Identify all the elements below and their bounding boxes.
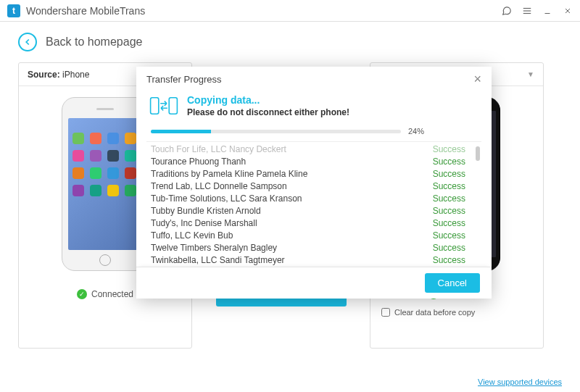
- progress-row: 24%: [151, 127, 477, 135]
- app-icon: [125, 150, 136, 162]
- app-icon: [107, 133, 119, 144]
- source-status-label: Connected: [91, 289, 133, 299]
- transfer-row: Traditions by Pamela Kline Pamela KlineS…: [151, 168, 477, 180]
- app-logo: t: [7, 4, 20, 17]
- row-name: Traditions by Pamela Kline Pamela Kline: [151, 168, 307, 180]
- transfer-row: Tub-Time Solutions, LLC Sara KransonSucc…: [151, 193, 477, 205]
- copy-title: Copying data...: [187, 94, 349, 106]
- cancel-button[interactable]: Cancel: [425, 273, 480, 293]
- row-name: Twinkabella, LLC Sandi Tagtmeyer: [151, 254, 285, 267]
- app-icon: [72, 133, 84, 144]
- window-controls: [502, 6, 573, 16]
- row-name: Touch For Life, LLC Nancy Deckert: [151, 143, 286, 156]
- app-icon: [90, 185, 102, 196]
- copy-status: Copying data... Please do not disconnect…: [146, 94, 481, 120]
- clear-data-checkbox[interactable]: Clear data before copy: [370, 308, 543, 317]
- source-label-prefix: Source:: [28, 70, 60, 80]
- dialog-footer: Cancel: [136, 267, 492, 299]
- app-icon: [107, 167, 119, 179]
- row-status: Success: [433, 254, 465, 267]
- iphone-illustration: [62, 97, 149, 271]
- sync-icon: [149, 94, 178, 120]
- row-status: Success: [433, 230, 465, 242]
- row-status: Success: [433, 168, 465, 180]
- row-status: Success: [433, 217, 465, 230]
- clear-data-label: Clear data before copy: [394, 308, 475, 317]
- transfer-row: Touch For Life, LLC Nancy DeckertSuccess: [151, 143, 477, 156]
- row-status: Success: [433, 193, 465, 205]
- transfer-row: Tourance Phuong ThanhSuccess: [151, 156, 477, 168]
- app-icon: [72, 185, 84, 196]
- chevron-down-icon[interactable]: ▼: [527, 70, 534, 78]
- row-status: Success: [433, 242, 465, 254]
- transfer-row: Tubby Bundle Kristen ArnoldSuccess: [151, 205, 477, 217]
- app-icon: [125, 167, 136, 179]
- app-icon: [90, 133, 102, 144]
- row-status: Success: [433, 156, 465, 168]
- transfer-row: Tuffo, LLC Kevin BubSuccess: [151, 230, 477, 242]
- close-icon[interactable]: [563, 6, 573, 16]
- copy-subtitle: Please do not disconnect either phone!: [187, 107, 349, 117]
- transfer-list: Touch For Life, LLC Nancy DeckertSuccess…: [146, 141, 481, 267]
- app-icon: [72, 150, 84, 162]
- dialog-header: Transfer Progress ×: [136, 67, 492, 91]
- progress-bar: [151, 130, 401, 133]
- source-device: iPhone: [62, 70, 89, 80]
- svg-rect-9: [169, 98, 177, 114]
- app-title: Wondershare MobileTrans: [26, 5, 502, 17]
- row-name: Trend Lab, LLC Donnelle Sampson: [151, 180, 287, 193]
- transfer-row: Twinkabella, LLC Sandi TagtmeyerSuccess: [151, 254, 477, 267]
- menu-icon[interactable]: [522, 6, 532, 16]
- row-name: Tubby Bundle Kristen Arnold: [151, 205, 261, 217]
- transfer-row: Trend Lab, LLC Donnelle SampsonSuccess: [151, 180, 477, 193]
- transfer-row: Tudy's, Inc Denise MarshallSuccess: [151, 217, 477, 230]
- supported-devices-link[interactable]: View supported devices: [478, 378, 562, 386]
- app-icon: [72, 167, 84, 179]
- minimize-icon[interactable]: [542, 6, 552, 16]
- row-name: Tub-Time Solutions, LLC Sara Kranson: [151, 193, 302, 205]
- title-bar: t Wondershare MobileTrans: [0, 0, 580, 22]
- check-icon: ✓: [77, 289, 87, 299]
- row-name: Tudy's, Inc Denise Marshall: [151, 217, 257, 230]
- progress-bar-fill: [151, 130, 211, 133]
- transfer-progress-dialog: Transfer Progress × Copying data... Plea…: [136, 67, 492, 299]
- scrollbar-thumb[interactable]: [476, 146, 480, 161]
- row-status: Success: [433, 205, 465, 217]
- dialog-body: Copying data... Please do not disconnect…: [136, 91, 492, 267]
- app-icon: [107, 185, 119, 196]
- app-icon: [125, 133, 136, 144]
- back-label: Back to homepage: [46, 36, 142, 49]
- row-status: Success: [433, 180, 465, 193]
- progress-percent: 24%: [408, 127, 477, 135]
- row-name: Tuffo, LLC Kevin Bub: [151, 230, 233, 242]
- back-row[interactable]: Back to homepage: [18, 33, 562, 51]
- row-status: Success: [433, 143, 465, 156]
- row-name: Tourance Phuong Thanh: [151, 156, 246, 168]
- dialog-close-icon[interactable]: ×: [473, 72, 481, 87]
- chat-icon[interactable]: [502, 6, 512, 16]
- clear-data-input[interactable]: [381, 308, 390, 317]
- dialog-title: Transfer Progress: [146, 74, 222, 85]
- svg-rect-8: [151, 98, 159, 114]
- transfer-row: Twelve Timbers Sheralyn BagleySuccess: [151, 242, 477, 254]
- back-arrow-icon[interactable]: [18, 33, 37, 51]
- app-icon: [90, 167, 102, 179]
- app-icon: [90, 150, 102, 162]
- app-icon: [125, 185, 136, 196]
- app-icon: [107, 150, 119, 162]
- row-name: Twelve Timbers Sheralyn Bagley: [151, 242, 277, 254]
